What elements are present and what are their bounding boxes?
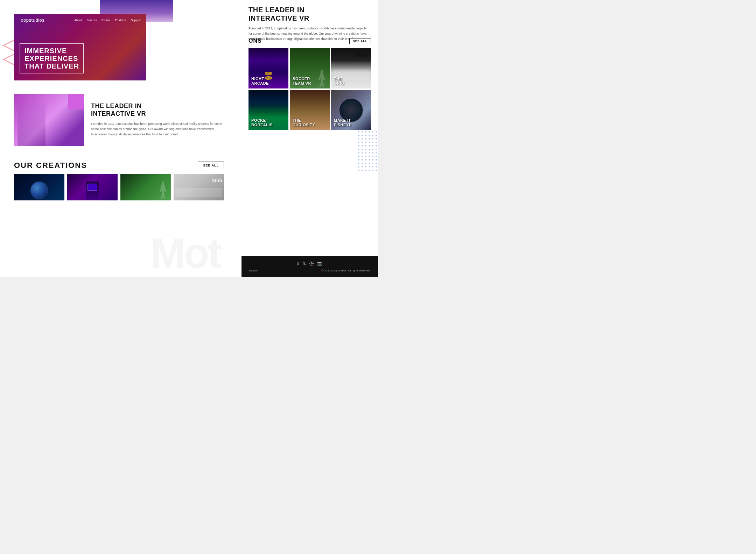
hero-nav: loopstudios About Careers Events Product… — [14, 14, 146, 26]
hero-headline: IMMERSIVE EXPERIENCES THAT DELIVER — [24, 47, 79, 70]
leader-title: THE LEADER IN INTERACTIVE VR — [248, 6, 371, 22]
footer-bottom: Support © 2021 Loopstudios. All rights r… — [248, 269, 371, 272]
thumb-arcade[interactable] — [67, 174, 118, 200]
facebook-icon[interactable]:  — [297, 261, 299, 267]
creations-header-left: OUR CREATIONS SEE ALL — [14, 161, 224, 170]
car-shape-thumb — [175, 188, 222, 197]
creation-card-fisheye[interactable]: MAKE ITFISHEYE — [331, 90, 371, 130]
twitter-icon[interactable]: 𝕏 — [302, 261, 306, 267]
site-logo: loopstudios — [20, 17, 75, 23]
about-title-line2: INTERACTIVE VR — [91, 110, 146, 117]
about-title-line1: THE LEADER IN — [91, 102, 142, 109]
creations-title-left: OUR CREATIONS — [14, 161, 87, 170]
creation-card-soccer[interactable]: SOCCERTEAM VR — [290, 48, 330, 88]
footer:  𝕏 Ⓟ 📷 Support © 2021 Loopstudios. All … — [241, 256, 378, 277]
instagram-icon[interactable]: 📷 — [317, 261, 322, 267]
creations-title-right: ONS — [248, 38, 262, 44]
mob-text-grid: Mob — [355, 52, 368, 59]
arcade-screen — [88, 184, 97, 191]
thumb-soccer[interactable] — [120, 174, 171, 200]
creation-card-borealis[interactable]: POCKETBOREALIS — [248, 90, 288, 130]
globe-shape — [30, 182, 48, 199]
nav-support[interactable]: Support — [131, 19, 141, 22]
see-all-left-button[interactable]: SEE ALL — [198, 162, 224, 169]
footer-copyright: © 2021 Loopstudios. All rights reserved. — [321, 269, 371, 272]
nav-careers[interactable]: Careers — [86, 19, 96, 22]
creation-card-curiosity[interactable]: THECURIOSITY — [290, 90, 330, 130]
hero-headline-line2: EXPERIENCES — [24, 55, 78, 62]
thumb-earth[interactable] — [14, 174, 64, 200]
card-label-soccer: SOCCERTEAM VR — [293, 77, 311, 86]
hero-headline-line3: THAT DELIVER — [24, 62, 79, 70]
soccer-silhouette-thumb — [159, 182, 167, 199]
nav-links: About Careers Events Products Support — [75, 19, 141, 22]
leader-title-line2: INTERACTIVE VR — [248, 14, 309, 22]
creations-grid-right: 2,000 1,000 NIGHTARCADE SOCCERTEAM VR TH… — [241, 48, 378, 130]
pinterest-icon[interactable]: Ⓟ — [309, 261, 314, 267]
nav-about[interactable]: About — [75, 19, 82, 22]
page-container: loopstudios About Careers Events Product… — [0, 0, 378, 277]
creations-header-right: ONS SEE ALL — [241, 38, 378, 44]
creation-card-the-grid[interactable]: THEGRID Mob — [331, 48, 371, 88]
about-text: THE LEADER IN INTERACTIVE VR Founded in … — [91, 102, 224, 137]
decorative-dots-2 — [357, 130, 378, 172]
hero-headline-line1: IMMERSIVE — [24, 47, 67, 55]
about-section: THE LEADER IN INTERACTIVE VR Founded in … — [0, 87, 238, 153]
about-image — [14, 94, 84, 146]
mob-text-thumb: Mob — [212, 178, 222, 183]
thumb-car[interactable]: Mob — [174, 174, 224, 200]
footer-support[interactable]: Support — [248, 269, 258, 272]
hero-banner: loopstudios About Careers Events Product… — [14, 14, 146, 80]
nav-products[interactable]: Products — [115, 19, 126, 22]
about-description: Founded in 2011, Loopstudios has been pr… — [91, 121, 224, 137]
see-all-right-button[interactable]: SEE ALL — [349, 38, 371, 44]
token-2000: 2,000 — [265, 72, 272, 75]
hero-headline-box: IMMERSIVE EXPERIENCES THAT DELIVER — [20, 43, 84, 73]
vr-person-silhouette — [18, 97, 46, 146]
card-label-borealis: POCKETBOREALIS — [251, 118, 273, 127]
arcade-machine-shape — [85, 181, 99, 200]
nav-events[interactable]: Events — [102, 19, 110, 22]
about-title: THE LEADER IN INTERACTIVE VR — [91, 102, 224, 118]
card-label-the-grid: THEGRID — [334, 77, 344, 86]
card-label-fisheye: MAKE ITFISHEYE — [334, 118, 352, 127]
card-label-night-arcade: NIGHTARCADE — [251, 77, 269, 86]
thumbnails-row: Mob — [14, 174, 224, 200]
card-label-curiosity: THECURIOSITY — [293, 118, 315, 127]
hero-content: IMMERSIVE EXPERIENCES THAT DELIVER — [20, 43, 84, 73]
footer-social-icons:  𝕏 Ⓟ 📷 — [248, 261, 371, 267]
creations-section: OUR CREATIONS SEE ALL Mob — [0, 161, 238, 200]
decorative-mot-text: Mot — [150, 229, 220, 277]
creation-card-night-arcade[interactable]: 2,000 1,000 NIGHTARCADE — [248, 48, 288, 88]
leader-title-line1: THE LEADER IN — [248, 6, 304, 14]
